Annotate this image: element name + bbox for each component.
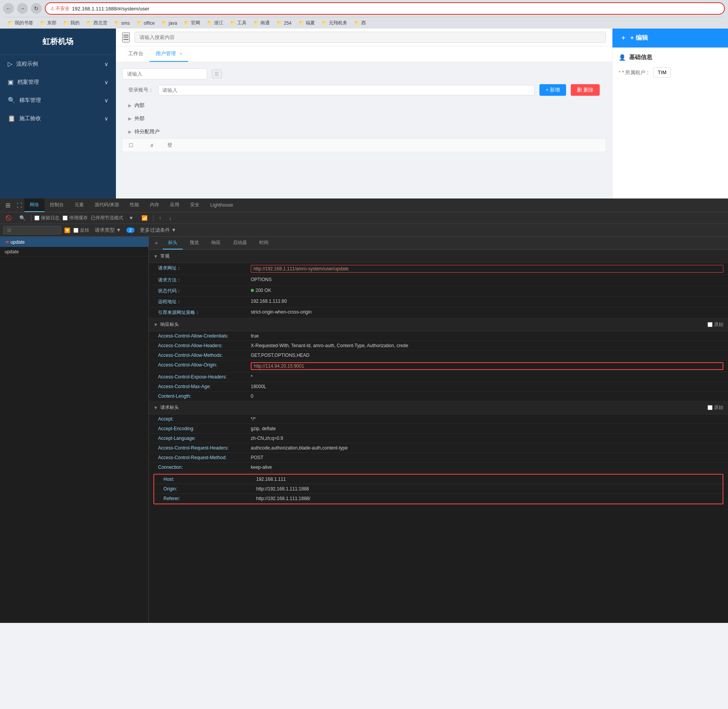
devtools-tab-memory[interactable]: 内存	[145, 198, 165, 212]
bookmark-label: 东部	[47, 20, 56, 26]
invert-checkbox[interactable]: 反转	[73, 227, 89, 234]
bookmark-xibei[interactable]: 📁 西北货	[83, 19, 111, 27]
folder-icon: 📁	[253, 20, 259, 25]
acrh-key: Access-Control-Request-Headers:	[158, 445, 251, 451]
sidebar-logo: 虹桥机场	[0, 29, 116, 55]
disable-cache-input[interactable]	[63, 215, 68, 221]
tree-item-external[interactable]: ▶ 外部	[122, 112, 606, 125]
devtools-cursor-icon[interactable]: ⛶	[14, 201, 24, 210]
forward-button[interactable]: →	[17, 3, 28, 14]
bookmark-nantong[interactable]: 📁 南通	[250, 19, 273, 27]
detail-tab-headers[interactable]: 标头	[163, 237, 183, 249]
table-toolbar: ☰	[122, 68, 606, 80]
request-raw-input[interactable]	[708, 405, 713, 410]
preserve-log-checkbox[interactable]: 保留日志	[34, 215, 60, 221]
request-headers-section-header[interactable]: ▼ 请求标头 原始	[149, 401, 728, 414]
request-item-update[interactable]: update	[0, 247, 148, 257]
bookmark-dongbu[interactable]: 📁 东部	[37, 19, 60, 27]
status-code-key: 状态代码：	[158, 288, 251, 294]
info-section: 👤 基础信息 * 所属租户： TIM	[612, 47, 728, 88]
more-filter-button[interactable]: 更多过滤条件 ▼	[138, 226, 179, 235]
preserve-log-input[interactable]	[34, 215, 39, 221]
bookmark-office[interactable]: 📁 office	[134, 19, 158, 27]
bookmark-tools[interactable]: 📁 工具	[227, 19, 250, 27]
devtools-tab-network[interactable]: 网络	[24, 198, 44, 212]
devtools-tab-lighthouse[interactable]: Lighthouse	[205, 199, 238, 212]
tree-item-internal[interactable]: ▶ 内部	[122, 99, 606, 112]
bookmark-sms[interactable]: 📁 sms	[111, 19, 133, 27]
back-button[interactable]: ←	[3, 3, 14, 14]
bookmark-java[interactable]: 📁 java	[158, 19, 180, 27]
tab-usermanage[interactable]: 用户管理 ×	[150, 46, 188, 62]
delete-button[interactable]: 删 删除	[571, 84, 600, 96]
separator	[31, 215, 31, 222]
hamburger-button[interactable]: ☰	[122, 32, 130, 42]
tree-item-pending[interactable]: ▶ 待分配用户	[122, 125, 606, 138]
response-raw-input[interactable]	[708, 322, 713, 327]
bookmark-fuxia[interactable]: 📁 福夏	[296, 19, 318, 27]
sidebar-item-tiche[interactable]: 🔍 梯车管理 ∨	[0, 91, 116, 109]
request-method-row: 请求方法： OPTIONS	[149, 275, 728, 286]
detail-tab-preview[interactable]: 预览	[184, 237, 204, 249]
network-filter-input[interactable]	[3, 226, 61, 234]
acao-headers-key: Access-Control-Allow-Headers:	[158, 343, 251, 348]
detail-tab-response[interactable]: 响应	[206, 237, 226, 249]
filter-input[interactable]	[122, 68, 207, 80]
devtools-tab-elements[interactable]: 元素	[69, 198, 89, 212]
devtools-toolbar: 🚫 🔍 保留日志 停用缓存 已停用节流模式 ▼ 📶 ↑ ↓	[0, 212, 728, 224]
devtools-pin-icon[interactable]: ⊞	[3, 200, 13, 210]
response-headers-section-header[interactable]: ▼ 响应标头 原始	[149, 318, 728, 331]
accept-encoding-row: Accept-Encoding: gzip, deflate	[149, 424, 728, 434]
accept-language-key: Accept-Language:	[158, 436, 251, 441]
throttle-dropdown[interactable]: ▼	[126, 214, 136, 222]
referer-row: Referer: http://192.168.1.111:1888/	[154, 494, 723, 504]
add-button[interactable]: + 新增	[539, 84, 566, 96]
sidebar-item-shigong[interactable]: 📋 施工验收 ∨	[0, 109, 116, 127]
bookmark-zhejiang[interactable]: 📁 浙江	[204, 19, 226, 27]
acao-headers-value: X-Requested-With, Tenant-Id, amro-auth, …	[251, 343, 723, 348]
request-item-update-selected[interactable]: ➜ update	[0, 237, 148, 247]
import-har-button[interactable]: ↑	[156, 214, 164, 222]
general-section-header[interactable]: ▼ 常规	[149, 250, 728, 263]
bookmark-label: 福夏	[306, 20, 315, 26]
request-raw-checkbox[interactable]: 原始	[708, 404, 723, 411]
global-search-input[interactable]	[134, 32, 606, 43]
devtools-tab-console[interactable]: 控制台	[44, 198, 69, 212]
wifi-icon[interactable]: 📶	[139, 214, 150, 222]
tab-workbench[interactable]: 工作台	[122, 46, 150, 62]
bookmark-yuanxiang[interactable]: 📁 元翔机务	[319, 19, 350, 27]
folder-icon: 📁	[299, 20, 304, 25]
acao-expose-value: *	[251, 374, 723, 380]
export-har-button[interactable]: ↓	[167, 214, 174, 222]
detail-close-button[interactable]: ×	[152, 239, 161, 248]
sidebar-item-liucheng[interactable]: ▷ 流程示例 ∨	[0, 55, 116, 73]
disable-cache-checkbox[interactable]: 停用缓存	[63, 215, 88, 221]
bookmark-254[interactable]: 📁 254	[274, 19, 294, 27]
search-network-button[interactable]: 🔍	[17, 214, 28, 222]
request-name: update	[5, 249, 19, 254]
clear-network-button[interactable]: 🚫	[3, 214, 14, 222]
bookmark-xi[interactable]: 📁 西	[351, 19, 369, 27]
invert-input[interactable]	[73, 228, 78, 233]
bookmark-guanwang[interactable]: 📁 官网	[181, 19, 203, 27]
tab-close-icon[interactable]: ×	[180, 51, 182, 56]
devtools-tab-performance[interactable]: 性能	[124, 198, 145, 212]
devtools-tab-security[interactable]: 安全	[185, 198, 205, 212]
bookmark-wo[interactable]: 📁 我的	[60, 19, 83, 27]
request-type-button[interactable]: 请求类型 ▼	[92, 226, 123, 235]
devtools-tab-application[interactable]: 应用	[165, 198, 185, 212]
bookmark-shuqian[interactable]: 📁 我的书签	[5, 19, 36, 27]
detail-tab-timing[interactable]: 时间	[254, 237, 274, 249]
section-title: 常规	[160, 253, 170, 260]
detail-tab-initiator[interactable]: 启动器	[228, 237, 252, 249]
address-bar[interactable]: ⚠ 不安全 192.168.1.111:1888/#/system/user	[45, 2, 725, 15]
response-raw-checkbox[interactable]: 原始	[708, 321, 723, 328]
more-filter-label: 更多过滤条件	[140, 227, 170, 233]
devtools-tab-sources[interactable]: 源代码/来源	[89, 198, 124, 212]
refresh-button[interactable]: ↻	[31, 3, 42, 14]
filter-icon-btn[interactable]: ☰	[212, 70, 222, 78]
sidebar-item-dangan[interactable]: ▣ 档案管理 ∨	[0, 73, 116, 91]
login-field: 登录账号： + 新增 删 删除	[128, 84, 600, 96]
login-search-input[interactable]	[158, 85, 535, 95]
sidebar: 虹桥机场 ▷ 流程示例 ∨ ▣ 档案管理 ∨ 🔍 梯车管理 ∨ 📋	[0, 29, 116, 198]
